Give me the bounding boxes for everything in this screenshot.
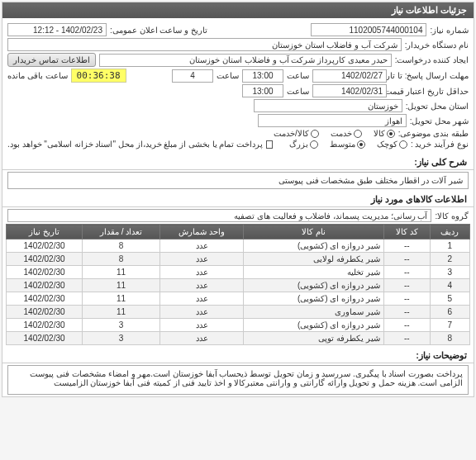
cell-qty: 11 (83, 306, 160, 319)
table-row[interactable]: 8--شیر یکطرفه توپیعدد31402/02/30 (7, 332, 470, 345)
table-row[interactable]: 1--شیر دروازه ای (کشویی)عدد81402/02/30 (7, 239, 470, 253)
cell-date: 1402/02/30 (7, 292, 83, 306)
group-label: گروه کالا: (435, 211, 469, 221)
treasury-note: پرداخت تمام یا بخشی از مبلغ خرید،از محل … (7, 140, 263, 149)
th-name: نام کالا (244, 225, 384, 239)
cell-code: -- (383, 292, 430, 306)
th-row: ردیف (430, 225, 469, 239)
cell-code: -- (383, 332, 430, 345)
cell-name: شیر دروازه ای (کشویی) (244, 239, 384, 253)
cell-code: -- (383, 279, 430, 292)
cell-n: 5 (430, 292, 469, 306)
form-area: شماره نیاز: 1102005744000104 تاریخ و ساع… (2, 18, 474, 154)
cell-qty: 3 (83, 319, 160, 332)
time-label-1: ساعت (287, 71, 309, 80)
deadline-date: 1402/02/27 (312, 69, 387, 83)
cell-date: 1402/02/30 (7, 253, 83, 266)
cell-code: -- (383, 319, 430, 332)
table-row[interactable]: 5--شیر دروازه ای (کشویی)عدد111402/02/30 (7, 292, 470, 306)
cell-name: شیر یکطرفه لولایی (244, 253, 384, 266)
cell-code: -- (383, 266, 430, 279)
table-row[interactable]: 6--شیر سماوریعدد111402/02/30 (7, 306, 470, 319)
process-label: نوع فرآیند خرید : (411, 140, 469, 149)
announce-value: 1402/02/23 - 12:12 (7, 23, 107, 36)
th-date: تاریخ نیاز (7, 225, 83, 239)
time-label-3: ساعت (287, 87, 309, 96)
cell-n: 8 (430, 332, 469, 345)
cell-name: شیر دروازه ای (کشویی) (244, 292, 384, 306)
validity-label: حداقل تاریخ اعتبار قیمت: تا تاریخ: (390, 87, 469, 96)
treasury-checkbox[interactable] (266, 140, 272, 149)
cell-unit: عدد (160, 292, 244, 306)
cell-qty: 8 (83, 239, 160, 253)
creator-label: ایجاد کننده درخواست: (395, 55, 469, 64)
cell-n: 4 (430, 279, 469, 292)
items-section-title: اطلاعات کالاهای مورد نیاز (2, 191, 474, 207)
cell-date: 1402/02/30 (7, 266, 83, 279)
cell-qty: 11 (83, 292, 160, 306)
city-label: شهر محل تحویل: (410, 116, 469, 126)
remaining-label: ساعت باقی مانده (7, 71, 68, 80)
cell-name: شیر دروازه ای (کشویی) (244, 319, 384, 332)
cell-n: 1 (430, 239, 469, 253)
cell-name: شیر تخلیه (244, 266, 384, 279)
cell-unit: عدد (160, 306, 244, 319)
cell-unit: عدد (160, 266, 244, 279)
cell-date: 1402/02/30 (7, 332, 83, 345)
radio-khedmat[interactable]: خدمت (331, 129, 362, 138)
city-value: اهواز (258, 114, 407, 127)
need-no-value: 1102005744000104 (311, 23, 426, 36)
radio-icon (387, 130, 395, 138)
panel-header: جزئیات اطلاعات نیاز (2, 2, 474, 18)
radio-motevaset[interactable]: متوسط (330, 140, 365, 149)
cell-code: -- (383, 239, 430, 253)
cell-unit: عدد (160, 279, 244, 292)
table-row[interactable]: 3--شیر تخلیهعدد111402/02/30 (7, 266, 470, 279)
radio-kochak[interactable]: کوچک (377, 140, 407, 149)
th-qty: تعداد / مقدار (83, 225, 160, 239)
validity-date: 1402/02/31 (312, 84, 387, 97)
cell-qty: 3 (83, 332, 160, 345)
deadline-hh: 13:00 (242, 69, 283, 83)
radio-kala[interactable]: کالا (374, 129, 395, 138)
buyer-value: شرکت آب و فاضلاب استان خوزستان (7, 38, 402, 51)
province-label: استان محل تحویل: (406, 102, 469, 111)
radio-icon (311, 130, 319, 138)
province-value: خوزستان (254, 99, 402, 112)
cell-date: 1402/02/30 (7, 319, 83, 332)
cell-unit: عدد (160, 332, 244, 345)
radio-icon (354, 130, 362, 138)
cell-code: -- (383, 253, 430, 266)
cell-qty: 11 (83, 266, 160, 279)
cell-n: 6 (430, 306, 469, 319)
cell-date: 1402/02/30 (7, 306, 83, 319)
table-row[interactable]: 4--شیر دروازه ای (کشویی)عدد111402/02/30 (7, 279, 470, 292)
cell-n: 7 (430, 319, 469, 332)
notes-title: توضیحات نیاز: (2, 347, 474, 363)
main-panel: جزئیات اطلاعات نیاز شماره نیاز: 11020057… (2, 2, 474, 397)
countdown-timer: 00:36:38 (71, 69, 126, 83)
creator-value: حیدر معیدی کارپرداز شرکت آب و فاضلاب است… (99, 54, 392, 67)
cell-date: 1402/02/30 (7, 239, 83, 253)
contact-button[interactable]: اطلاعات تماس خریدار (7, 53, 96, 67)
table-row[interactable]: 7--شیر دروازه ای (کشویی)عدد31402/02/30 (7, 319, 470, 332)
th-unit: واحد شمارش (160, 225, 244, 239)
subject-type-label: طبقه بندی موضوعی: (398, 129, 469, 138)
radio-icon (399, 140, 407, 149)
radio-icon (357, 140, 365, 149)
cell-n: 3 (430, 266, 469, 279)
summary-title: شرح کلی نیاز: (2, 154, 474, 170)
validity-hh: 13:00 (242, 84, 283, 97)
cell-unit: عدد (160, 319, 244, 332)
cell-name: شیر سماوری (244, 306, 384, 319)
cell-qty: 8 (83, 253, 160, 266)
process-group: کوچک متوسط بزرگ (289, 140, 407, 149)
radio-kalakhedmat[interactable]: کالا/خدمت (274, 129, 319, 138)
table-row[interactable]: 2--شیر یکطرفه لولاییعدد81402/02/30 (7, 253, 470, 266)
radio-bozorg[interactable]: بزرگ (289, 140, 318, 149)
need-no-label: شماره نیاز: (430, 26, 469, 35)
cell-code: -- (383, 306, 430, 319)
cell-unit: عدد (160, 253, 244, 266)
time-label-2: ساعت (217, 71, 239, 80)
announce-label: تاریخ و ساعت اعلان عمومی: (110, 26, 207, 35)
